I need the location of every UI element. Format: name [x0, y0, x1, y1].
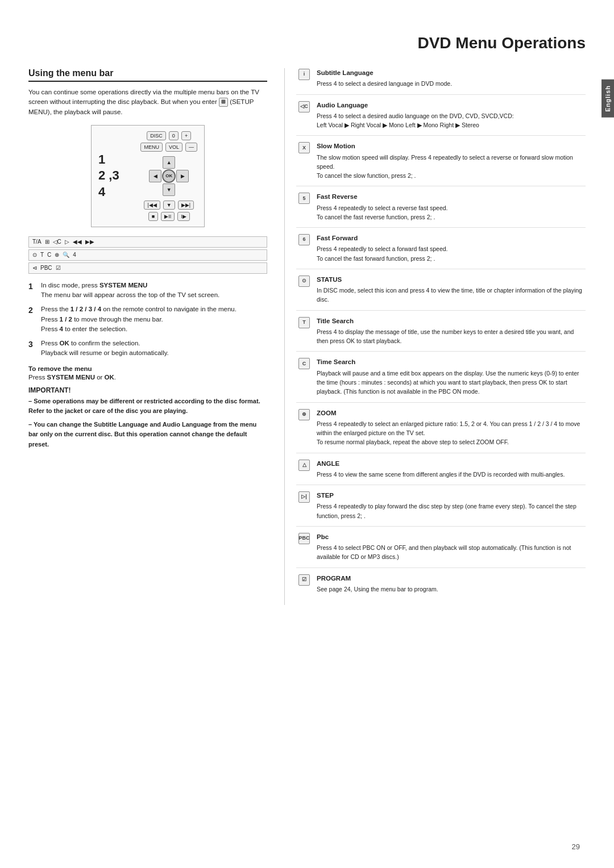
right-arrow: ▶ — [176, 170, 189, 182]
toolbar-diagrams: T/A ⊞ ◁C ▷ ◀◀ ▶▶ ⊙ T C ⊕ 🔍 4 ⊲ PB — [28, 236, 267, 274]
plus-btn: + — [181, 131, 191, 140]
menu-item-text-1: Press 4 to select a desired audio langua… — [317, 111, 586, 130]
menu-item-title-0: Subtitle Language — [317, 68, 586, 78]
menu-item-text-12: See page 24, Using the menu bar to progr… — [317, 585, 586, 594]
toolbar-row-1: T/A ⊞ ◁C ▷ ◀◀ ▶▶ — [28, 236, 267, 248]
remove-menu-label: To remove the menu — [28, 365, 267, 372]
steps: 1 In disc mode, press SYSTEM MENU The me… — [28, 281, 267, 358]
menu-icon-9: △ — [296, 459, 312, 479]
menu-content-0: Subtitle Language Press 4 to select a de… — [317, 68, 586, 89]
menu-icon-6: T — [296, 316, 312, 346]
stop-btn: ▼ — [163, 201, 175, 210]
playpause-btn: ▶II — [161, 212, 175, 221]
down-arrow: ▼ — [163, 183, 175, 196]
menu-item-title-5: STATUS — [317, 275, 586, 285]
menu-item-title-10: STEP — [317, 491, 586, 500]
remote-right-side: DISC 0 + MENU VOL — ▲ ▼ — [140, 131, 197, 221]
remote-second-row: MENU VOL — — [140, 143, 197, 152]
playback-row: ■ ▶II I▶ — [148, 212, 190, 221]
menu-content-7: Time Search Playback will pause and a ti… — [317, 357, 586, 396]
menu-item-text-4: Press 4 repeatedly to select a forward f… — [317, 244, 586, 263]
page-title: DVD Menu Operations — [28, 34, 586, 55]
menu-item-4: 6 Fast Forward Press 4 repeatedly to sel… — [296, 233, 586, 269]
menu-item-title-1: Audio Language — [317, 101, 586, 110]
menu-content-1: Audio Language Press 4 to select a desir… — [317, 101, 586, 130]
menu-item-text-5: In DISC mode, select this icon and press… — [317, 286, 586, 304]
menu-item-title-11: Pbc — [317, 532, 586, 542]
left-arrow: ◀ — [149, 170, 161, 182]
menu-item-text-2: The slow motion speed will display. Pres… — [317, 153, 586, 181]
menu-icon-11: PBC — [296, 532, 312, 562]
menu-icon-box-6: T — [298, 317, 310, 328]
menu-icon-box-10: ▷| — [298, 491, 310, 503]
menu-content-3: Fast Reverse Press 4 repeatedly to selec… — [317, 192, 586, 222]
two-column-layout: Using the menu bar You can continue some… — [28, 68, 586, 605]
menu-icon-box-3: 5 — [298, 193, 310, 204]
menu-item-0: i Subtitle Language Press 4 to select a … — [296, 68, 586, 95]
nav-circle: ▲ ▼ ◀ ▶ OK — [149, 156, 189, 196]
menu-item-title-6: Title Search — [317, 316, 586, 326]
left-column: Using the menu bar You can continue some… — [28, 68, 267, 449]
menu-item-title-2: Slow Motion — [317, 141, 586, 151]
step-3: 3 Press OK to confirm the selection. Pla… — [28, 339, 267, 358]
step-2: 2 Press the 1 / 2 / 3 / 4 on the remote … — [28, 304, 267, 334]
step-1: 1 In disc mode, press SYSTEM MENU The me… — [28, 281, 267, 301]
next-btn: ▶▶| — [178, 201, 194, 210]
important-bullet-2: – You can change the Subtitle Language a… — [28, 420, 267, 450]
remove-menu-section: To remove the menu Press SYSTEM MENU or … — [28, 365, 267, 381]
menu-icon-box-4: 6 — [298, 234, 310, 245]
page-container: English DVD Menu Operations Using the me… — [0, 0, 614, 868]
menu-icon-12: ☑ — [296, 574, 312, 594]
menu-icon-7: C — [296, 357, 312, 396]
menu-icon-2: X — [296, 141, 312, 180]
minus-btn: — — [185, 143, 197, 152]
menu-item-title-4: Fast Forward — [317, 233, 586, 243]
menu-content-2: Slow Motion The slow motion speed will d… — [317, 141, 586, 180]
english-tab: English — [601, 80, 614, 118]
menu-item-12: ☑ PROGRAM See page 24, Using the menu ba… — [296, 574, 586, 600]
menu-item-1: ◁C Audio Language Press 4 to select a de… — [296, 101, 586, 136]
prev-btn: |◀◀ — [144, 201, 160, 210]
menu-content-11: Pbc Press 4 to select PBC ON or OFF, and… — [317, 532, 586, 562]
ok-btn: OK — [162, 169, 176, 183]
vol-btn: VOL — [165, 143, 182, 152]
page-number: 29 — [572, 842, 580, 851]
important-title: IMPORTANT! — [28, 386, 267, 394]
menu-icon-3: 5 — [296, 192, 312, 222]
menu-item-3: 5 Fast Reverse Press 4 repeatedly to sel… — [296, 192, 586, 228]
menu-item-11: PBC Pbc Press 4 to select PBC ON or OFF,… — [296, 532, 586, 568]
menu-item-text-10: Press 4 repeatedly to play forward the d… — [317, 502, 586, 520]
menu-btn: MENU — [140, 143, 163, 152]
toolbar-row-3: ⊲ PBC ☑ — [28, 262, 267, 274]
section-title: Using the menu bar — [28, 68, 267, 82]
menu-item-2: X Slow Motion The slow motion speed will… — [296, 141, 586, 186]
menu-icon-box-5: ⊙ — [298, 276, 310, 287]
menu-item-8: ⊕ ZOOM Press 4 repeatedly to select an e… — [296, 408, 586, 453]
setup-menu-icon: ⊞ — [219, 98, 228, 107]
menu-item-title-12: PROGRAM — [317, 574, 586, 583]
menu-icon-box-2: X — [298, 142, 310, 153]
menu-items-container: i Subtitle Language Press 4 to select a … — [296, 68, 586, 599]
menu-item-title-8: ZOOM — [317, 408, 586, 418]
intro-text: You can continue some operations directl… — [28, 87, 267, 117]
menu-item-title-9: ANGLE — [317, 459, 586, 469]
menu-icon-4: 6 — [296, 233, 312, 263]
menu-icon-8: ⊕ — [296, 408, 312, 447]
menu-icon-box-9: △ — [298, 460, 310, 471]
remove-menu-text: Press SYSTEM MENU or OK. — [28, 374, 267, 381]
menu-icon-box-11: PBC — [298, 533, 310, 544]
menu-item-text-8: Press 4 repeatedly to select an enlarged… — [317, 419, 586, 447]
menu-icon-10: ▷| — [296, 491, 312, 520]
menu-icon-box-12: ☑ — [298, 574, 310, 586]
menu-item-title-7: Time Search — [317, 357, 586, 367]
remote-top-row: DISC 0 + — [147, 131, 191, 140]
menu-item-title-3: Fast Reverse — [317, 192, 586, 202]
up-arrow: ▲ — [163, 156, 175, 169]
menu-item-text-11: Press 4 to select PBC ON or OFF, and the… — [317, 543, 586, 562]
menu-item-10: ▷| STEP Press 4 repeatedly to play forwa… — [296, 491, 586, 527]
toolbar-row-2: ⊙ T C ⊕ 🔍 4 — [28, 249, 267, 261]
menu-content-12: PROGRAM See page 24, Using the menu bar … — [317, 574, 586, 594]
menu-icon-5: ⊙ — [296, 275, 312, 304]
important-section: IMPORTANT! – Some operations may be diff… — [28, 386, 267, 450]
menu-item-text-9: Press 4 to view the same scene from diff… — [317, 470, 586, 479]
